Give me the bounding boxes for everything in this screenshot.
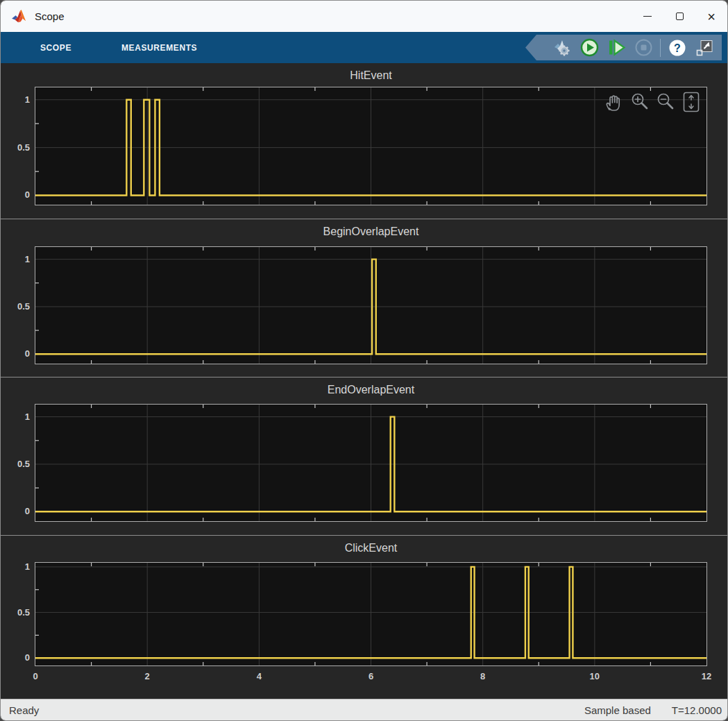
plot-panel-beginoverlapevent: BeginOverlapEvent 10.50: [1, 219, 727, 377]
x-tick-label: 2: [145, 671, 150, 681]
window-title: Scope: [35, 10, 65, 22]
status-sim-time: T=12.0000: [672, 704, 722, 716]
ribbon-toolbar: SCOPE MEASUREMENTS: [1, 32, 727, 63]
minimize-button[interactable]: [632, 1, 663, 32]
plot-area[interactable]: [35, 562, 707, 666]
dock-icon: [695, 39, 713, 57]
maximize-icon: [676, 12, 684, 20]
dock-button[interactable]: [694, 37, 715, 58]
run-button[interactable]: [579, 37, 600, 58]
tab-measurements[interactable]: MEASUREMENTS: [121, 43, 197, 53]
minimize-icon: [643, 16, 652, 17]
maximize-button[interactable]: [663, 1, 695, 32]
svg-text:?: ?: [674, 42, 681, 53]
plot-area[interactable]: [35, 404, 707, 522]
y-tick-label: 0.5: [1, 607, 30, 619]
status-state: Ready: [9, 704, 39, 716]
y-tick-label: 0: [1, 348, 30, 360]
step-forward-button[interactable]: [606, 37, 627, 58]
x-tick-label: 8: [480, 671, 485, 681]
toolbar-separator: [660, 39, 661, 57]
plot-title: EndOverlapEvent: [35, 384, 707, 396]
plot-title: HitEvent: [35, 69, 707, 82]
pan-hand-icon[interactable]: [603, 90, 625, 114]
y-tick-label: 0: [1, 505, 30, 518]
fit-to-view-icon[interactable]: [680, 90, 702, 114]
simulation-settings-button[interactable]: [552, 37, 573, 58]
plot-title: ClickEvent: [35, 542, 707, 554]
run-icon: [580, 38, 599, 57]
y-tick-label: 1: [1, 94, 30, 106]
simulation-settings-icon: [552, 38, 572, 58]
plot-panel-hitevent: HitEvent: [1, 63, 727, 219]
y-tick-label: 1: [1, 253, 30, 266]
zoom-in-icon[interactable]: [629, 90, 651, 114]
y-tick-label: 0.5: [1, 142, 30, 154]
status-bar: Ready Sample based T=12.0000: [1, 699, 727, 720]
x-tick-label: 6: [369, 671, 373, 681]
scope-window: Scope × SCOPE MEASUREMENTS: [0, 0, 728, 721]
stop-icon: [634, 38, 653, 57]
plot-area[interactable]: [35, 246, 707, 364]
close-button[interactable]: ×: [695, 1, 727, 32]
x-tick-label: 0: [33, 671, 37, 681]
x-tick-label: 4: [257, 671, 262, 681]
y-tick-label: 0.5: [1, 458, 30, 470]
zoom-out-icon[interactable]: [654, 90, 677, 114]
x-tick-label: 12: [702, 671, 711, 681]
plot-tools-overlay: [603, 90, 702, 114]
close-icon: ×: [707, 10, 716, 24]
matlab-logo-icon: [12, 10, 27, 24]
y-tick-label: 0: [1, 189, 30, 201]
y-tick-label: 0: [1, 652, 30, 664]
y-tick-label: 0.5: [1, 300, 30, 313]
help-icon: ?: [668, 39, 686, 57]
status-sample-mode: Sample based: [584, 704, 651, 716]
x-tick-label: 10: [590, 671, 600, 681]
scope-display-area: HitEvent: [1, 63, 727, 700]
step-forward-icon: [607, 38, 626, 57]
y-tick-label: 1: [1, 561, 30, 573]
help-button[interactable]: ?: [667, 37, 688, 58]
quick-action-band: ?: [525, 35, 722, 60]
plot-panel-endoverlapevent: EndOverlapEvent 10.50: [1, 377, 727, 535]
title-bar: Scope ×: [1, 1, 727, 32]
tab-scope[interactable]: SCOPE: [40, 43, 71, 53]
plot-panel-clickevent: ClickEvent 10.50024681012: [1, 535, 727, 700]
stop-button: [633, 37, 654, 58]
y-tick-label: 1: [1, 411, 30, 423]
plot-title: BeginOverlapEvent: [35, 226, 707, 238]
